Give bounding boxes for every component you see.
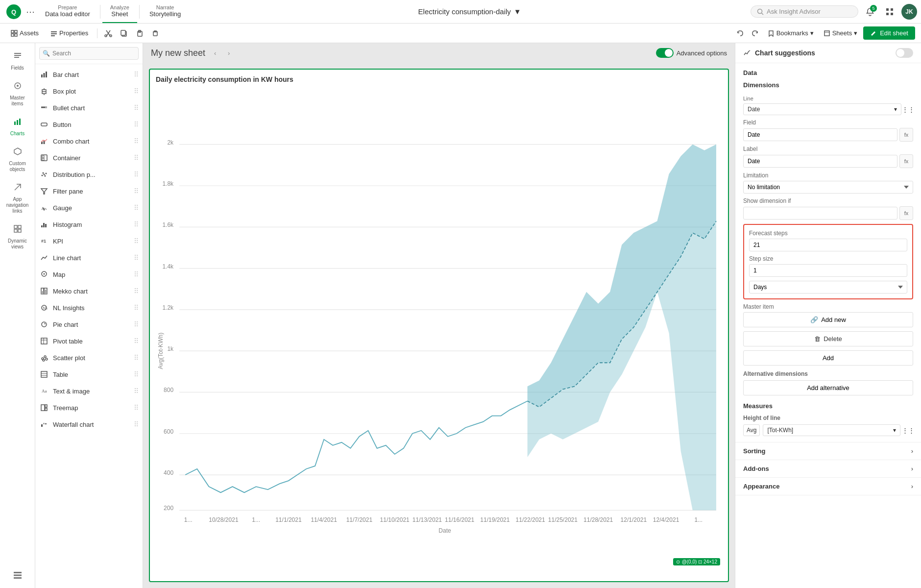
chart-item-pie-chart[interactable]: Pie chart ⠿ xyxy=(35,316,143,333)
assets-button[interactable]: Assets xyxy=(6,27,44,39)
chart-widget[interactable]: Daily electricity consumption in KW hour… xyxy=(149,69,729,582)
chart-item-mekko-chart[interactable]: Mekko chart ⠿ xyxy=(35,283,143,299)
show-dimension-input[interactable] xyxy=(743,207,897,220)
gauge-drag-handle[interactable]: ⠿ xyxy=(134,204,139,212)
label-input[interactable] xyxy=(743,155,897,168)
combo-chart-drag-handle[interactable]: ⠿ xyxy=(134,137,139,145)
grid-menu-button[interactable] xyxy=(882,4,897,20)
insight-search[interactable]: Ask Insight Advisor xyxy=(751,5,858,18)
notifications-button[interactable]: 5 xyxy=(862,4,878,20)
kpi-drag-handle[interactable]: ⠿ xyxy=(134,237,139,245)
forecast-steps-input[interactable] xyxy=(749,239,907,251)
field-input[interactable] xyxy=(743,128,897,141)
user-avatar[interactable]: JK xyxy=(901,4,917,20)
measure-selector[interactable]: [Tot-KWh] ▾ xyxy=(763,424,900,436)
chart-item-map[interactable]: Map ⠿ xyxy=(35,266,143,283)
waterfall-chart-drag-handle[interactable]: ⠿ xyxy=(134,420,139,428)
treemap-drag-handle[interactable]: ⠿ xyxy=(134,404,139,412)
chart-item-kpi[interactable]: #1 KPI ⠿ xyxy=(35,233,143,249)
bar-chart-drag-handle[interactable]: ⠿ xyxy=(134,71,139,78)
show-dimension-fx-button[interactable]: fx xyxy=(899,206,913,220)
nav-menu-dots[interactable]: ⋯ xyxy=(24,5,37,19)
field-fx-button[interactable]: fx xyxy=(899,128,913,142)
sidebar-item-custom-objects[interactable]: Custom objects xyxy=(2,143,33,176)
bullet-chart-drag-handle[interactable]: ⠿ xyxy=(134,104,139,112)
distribution-p-drag-handle[interactable]: ⠿ xyxy=(134,171,139,178)
map-drag-handle[interactable]: ⠿ xyxy=(134,270,139,278)
chart-item-bullet-chart[interactable]: Bullet chart ⠿ xyxy=(35,99,143,116)
chart-item-line-chart[interactable]: Line chart ⠿ xyxy=(35,249,143,266)
undo-button[interactable] xyxy=(733,26,747,40)
sidebar-item-master-items[interactable]: Master items xyxy=(2,77,33,111)
pivot-table-drag-handle[interactable]: ⠿ xyxy=(134,337,139,345)
chart-item-bar-chart[interactable]: Bar chart ⠿ xyxy=(35,66,143,83)
addons-section[interactable]: Add-ons › xyxy=(735,460,921,478)
advanced-options-toggle[interactable] xyxy=(656,48,674,58)
limitation-select[interactable]: No limitation xyxy=(743,181,913,194)
chart-item-table[interactable]: Table ⠿ xyxy=(35,366,143,383)
scatter-plot-drag-handle[interactable]: ⠿ xyxy=(134,354,139,362)
chart-item-gauge[interactable]: Gauge ⠿ xyxy=(35,199,143,216)
chart-item-text-image[interactable]: Aa Text & image ⠿ xyxy=(35,383,143,399)
add-dimension-button[interactable]: Add xyxy=(743,350,913,366)
sidebar-item-fields[interactable]: Fields xyxy=(2,47,33,75)
filter-pane-drag-handle[interactable]: ⠿ xyxy=(134,187,139,195)
text-image-drag-handle[interactable]: ⠿ xyxy=(134,387,139,395)
copy-button[interactable] xyxy=(117,26,131,40)
chart-search-input[interactable] xyxy=(39,47,139,60)
histogram-drag-handle[interactable]: ⠿ xyxy=(134,220,139,228)
paste-button[interactable] xyxy=(133,26,146,40)
sidebar-item-dynamic-views[interactable]: Dynamic views xyxy=(2,220,33,254)
add-alternative-button[interactable]: Add alternative xyxy=(743,380,913,395)
bookmarks-button[interactable]: Bookmarks ▾ xyxy=(764,27,818,39)
button-drag-handle[interactable]: ⠿ xyxy=(134,121,139,128)
chart-item-distribution-p[interactable]: Distribution p... ⠿ xyxy=(35,166,143,183)
step-size-input[interactable] xyxy=(749,264,907,277)
chart-item-container[interactable]: Container ⠿ xyxy=(35,149,143,166)
step-unit-select[interactable]: Days Weeks Months xyxy=(749,281,907,294)
chart-item-treemap[interactable]: Treemap ⠿ xyxy=(35,399,143,416)
sidebar-bottom-icon[interactable] xyxy=(2,566,33,584)
sheet-next-button[interactable]: › xyxy=(223,47,235,59)
chart-item-button[interactable]: Button ⠿ xyxy=(35,116,143,133)
chart-item-scatter-plot[interactable]: Scatter plot ⠿ xyxy=(35,349,143,366)
table-drag-handle[interactable]: ⠿ xyxy=(134,370,139,378)
redo-button[interactable] xyxy=(748,26,762,40)
cut-button[interactable] xyxy=(101,26,115,40)
chart-item-nl-insights[interactable]: NL NL Insights ⠿ xyxy=(35,299,143,316)
chart-item-histogram[interactable]: Histogram ⠿ xyxy=(35,216,143,233)
dimension-drag-handle[interactable]: ⋮⋮ xyxy=(903,104,913,114)
edit-sheet-button[interactable]: Edit sheet xyxy=(863,26,915,40)
nav-prepare[interactable]: Prepare Data load editor xyxy=(37,0,98,23)
date-dimension-selector[interactable]: Date ▾ xyxy=(743,103,901,115)
chart-suggestions-toggle[interactable] xyxy=(896,48,913,58)
nav-narrate-bottom: Storytelling xyxy=(149,10,181,18)
appearance-section[interactable]: Appearance › xyxy=(735,478,921,495)
line-chart-drag-handle[interactable]: ⠿ xyxy=(134,254,139,262)
sheet-prev-button[interactable]: ‹ xyxy=(209,47,221,59)
sidebar-item-charts[interactable]: Charts xyxy=(2,113,33,141)
properties-button[interactable]: Properties xyxy=(46,27,93,39)
chart-item-combo-chart[interactable]: Combo chart ⠿ xyxy=(35,133,143,149)
nav-analyze[interactable]: Analyze Sheet xyxy=(102,0,137,23)
chart-item-waterfall-chart[interactable]: Waterfall chart ⠿ xyxy=(35,416,143,433)
box-plot-drag-handle[interactable]: ⠿ xyxy=(134,87,139,95)
chart-item-pivot-table[interactable]: Pivot table ⠿ xyxy=(35,333,143,349)
delete-dimension-button[interactable]: 🗑 Delete xyxy=(743,331,913,346)
app-title[interactable]: Electricity consumption-daily ▼ xyxy=(189,7,751,16)
sorting-section[interactable]: Sorting › xyxy=(735,442,921,460)
nav-narrate[interactable]: Narrate Storytelling xyxy=(142,0,189,23)
svg-text:11/25/2021: 11/25/2021 xyxy=(548,516,578,523)
measure-drag-handle[interactable]: ⋮⋮ xyxy=(903,425,913,435)
chart-item-filter-pane[interactable]: Filter pane ⠿ xyxy=(35,183,143,199)
mekko-chart-drag-handle[interactable]: ⠿ xyxy=(134,287,139,295)
add-new-button[interactable]: 🔗 Add new xyxy=(743,312,913,327)
container-drag-handle[interactable]: ⠿ xyxy=(134,154,139,162)
nl-insights-drag-handle[interactable]: ⠿ xyxy=(134,304,139,312)
chart-item-box-plot[interactable]: Box plot ⠿ xyxy=(35,83,143,99)
sheets-button[interactable]: Sheets ▾ xyxy=(820,27,861,39)
pie-chart-drag-handle[interactable]: ⠿ xyxy=(134,320,139,328)
delete-button[interactable] xyxy=(148,26,162,40)
sidebar-item-app-nav[interactable]: App navigation links xyxy=(2,178,33,218)
label-fx-button[interactable]: fx xyxy=(899,154,913,168)
